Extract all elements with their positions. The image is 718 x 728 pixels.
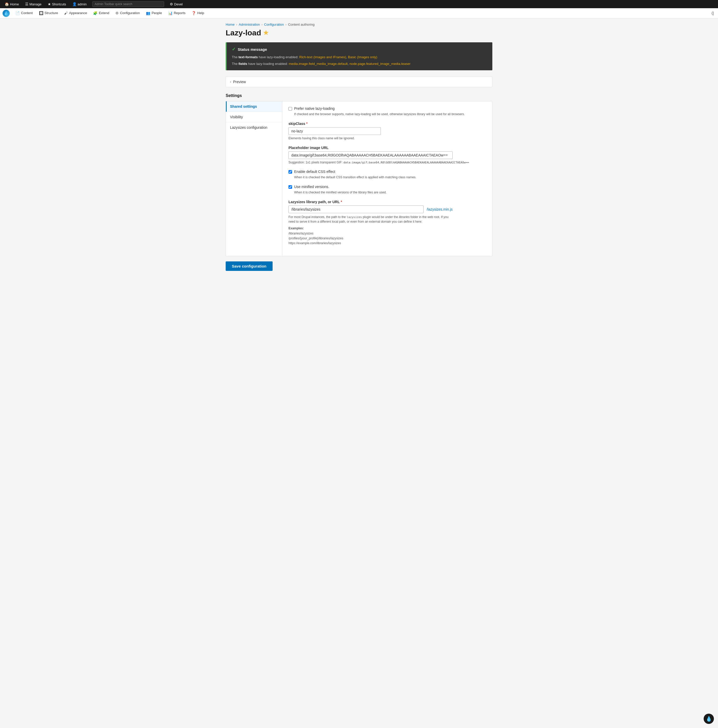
minified-checkbox[interactable] (289, 185, 292, 189)
devel-label: Devel (174, 2, 183, 6)
library-path-label: Lazysizes library path, or URL * (289, 200, 486, 204)
page-wrapper: Home › Administration › Configuration › … (220, 18, 498, 275)
library-path-examples: Examples: /libraries/lazysizes /profiles… (289, 226, 486, 246)
favorite-star-icon[interactable]: ★ (263, 29, 269, 37)
home-icon: 🏠 (5, 2, 9, 6)
user-icon: 👤 (72, 2, 77, 6)
breadcrumb-administration[interactable]: Administration (239, 23, 260, 26)
settings-content: Prefer native lazy-loading If checked an… (282, 101, 492, 256)
extend-label: Extend (99, 11, 109, 15)
star-nav-icon: ★ (48, 2, 51, 6)
skip-class-group: skipClass * Elements having this class n… (289, 122, 486, 141)
manage-icon: ☰ (25, 2, 29, 6)
settings-section: Settings Shared settings Visibility Lazy… (226, 93, 492, 256)
url-input-row: /lazysizes.min.js (289, 205, 452, 213)
placeholder-suggestion: Suggestion: 1x1 pixels transparent GIF: … (289, 160, 486, 165)
prefer-native-label: Prefer native lazy-loading (294, 107, 335, 110)
nav-configuration[interactable]: ⚙ Configuration (112, 8, 143, 18)
preview-box: › Preview (226, 76, 492, 87)
nav-extend[interactable]: 🧩 Extend (90, 8, 112, 18)
manage-button[interactable]: ☰ Manage (23, 1, 44, 7)
visibility-label: Visibility (230, 115, 243, 119)
enable-css-hint: When it is checked the default CSS trans… (294, 175, 486, 180)
preview-chevron-icon: › (230, 80, 231, 84)
people-icon: 👥 (146, 11, 150, 15)
skip-class-input[interactable] (289, 127, 381, 135)
minified-label: Use minified versions. (294, 185, 329, 189)
secondary-nav: 💧 📄 Content 🔲 Structure 🖌 Appearance 🧩 E… (0, 8, 718, 18)
nav-collapse-button[interactable]: ⟨| (709, 10, 716, 17)
drupal-drop-logo: 💧 (3, 10, 10, 17)
breadcrumb-current: Content authoring (288, 23, 315, 26)
breadcrumb: Home › Administration › Configuration › … (226, 23, 492, 26)
prefer-native-hint: If checked and the browser supports, nat… (294, 112, 486, 116)
enable-css-checkbox[interactable] (289, 170, 292, 174)
status-message: ✓ Status message The text-formats have l… (226, 42, 492, 70)
suggestion-code: data:image/gif;base64,R0lGODlhAQABAAAAAC… (343, 161, 469, 164)
save-configuration-button[interactable]: Save configuration (226, 262, 273, 271)
devel-button[interactable]: ⚙ Devel (167, 1, 185, 7)
settings-sidebar: Shared settings Visibility Lazysizes con… (226, 101, 282, 256)
status-title: ✓ Status message (232, 46, 487, 52)
people-label: People (151, 11, 162, 15)
content-icon: 📄 (15, 11, 20, 15)
library-path-input[interactable] (289, 205, 424, 213)
home-button[interactable]: 🏠 Home (2, 1, 21, 7)
breadcrumb-sep-3: › (286, 23, 286, 26)
status-line2: The fields have lazy-loading enabled: me… (232, 61, 487, 66)
shortcuts-button[interactable]: ★ Shortcuts (45, 1, 69, 7)
help-label: Help (197, 11, 204, 15)
reports-label: Reports (174, 11, 186, 15)
page-title: Lazy-load ★ (226, 29, 492, 37)
drupal-logo[interactable]: 💧 (2, 9, 10, 17)
placeholder-url-group: Placeholder image URL Suggestion: 1x1 pi… (289, 146, 486, 165)
field-link1[interactable]: media.image.field_media_image.default (289, 62, 348, 66)
sidebar-lazysizes-config[interactable]: Lazysizes configuration (226, 122, 282, 133)
devel-icon: ⚙ (170, 2, 173, 6)
nav-structure[interactable]: 🔲 Structure (36, 8, 61, 18)
library-path-desc: For most Drupal instances, the path to t… (289, 215, 452, 224)
breadcrumb-sep-2: › (261, 23, 262, 26)
nav-help[interactable]: ❓ Help (188, 8, 207, 18)
field-link2[interactable]: node.page.featured_image_media.teaser (350, 62, 411, 66)
prefer-native-group: Prefer native lazy-loading If checked an… (289, 107, 486, 116)
enable-css-row: Enable default CSS effect (289, 170, 486, 174)
nav-people[interactable]: 👥 People (143, 8, 165, 18)
nav-content[interactable]: 📄 Content (12, 8, 36, 18)
breadcrumb-home[interactable]: Home (226, 23, 235, 26)
appearance-label: Appearance (69, 11, 87, 15)
nav-appearance[interactable]: 🖌 Appearance (61, 8, 90, 18)
skip-class-label: skipClass * (289, 122, 486, 126)
breadcrumb-configuration[interactable]: Configuration (264, 23, 284, 26)
lazysizes-link[interactable]: /lazysizes.min.js (427, 207, 452, 211)
enable-css-label: Enable default CSS effect (294, 170, 335, 174)
shared-settings-label: Shared settings (230, 104, 257, 109)
breadcrumb-sep-1: › (236, 23, 237, 26)
basic-link[interactable]: Basic (Images only) (348, 55, 377, 59)
content-label: Content (21, 11, 33, 15)
lazysizes-config-label: Lazysizes configuration (230, 125, 267, 130)
search-input[interactable] (92, 1, 164, 7)
extend-icon: 🧩 (93, 11, 98, 15)
settings-label: Settings (226, 93, 492, 98)
sidebar-visibility[interactable]: Visibility (226, 112, 282, 122)
placeholder-url-label: Placeholder image URL (289, 146, 486, 150)
skip-class-hint: Elements having this class name will be … (289, 136, 486, 141)
admin-user-button[interactable]: 👤 admin (70, 1, 89, 7)
search-wrapper (92, 1, 164, 7)
prefer-native-row: Prefer native lazy-loading (289, 107, 486, 110)
nav-reports[interactable]: 📊 Reports (165, 8, 189, 18)
placeholder-url-input[interactable] (289, 151, 452, 159)
structure-label: Structure (44, 11, 58, 15)
appearance-icon: 🖌 (64, 11, 68, 15)
enable-css-group: Enable default CSS effect When it is che… (289, 170, 486, 180)
preview-header[interactable]: › Preview (226, 77, 492, 87)
prefer-native-checkbox[interactable] (289, 107, 292, 110)
rich-text-link[interactable]: Rich-text (Images and IFrames) (299, 55, 346, 59)
text-formats-bold: text-formats (238, 55, 258, 59)
sidebar-shared-settings[interactable]: Shared settings (226, 101, 282, 112)
check-icon: ✓ (232, 46, 236, 52)
reports-icon: 📊 (168, 11, 173, 15)
configuration-icon: ⚙ (115, 11, 119, 15)
status-line1: The text-formats have lazy-loading enabl… (232, 55, 487, 60)
